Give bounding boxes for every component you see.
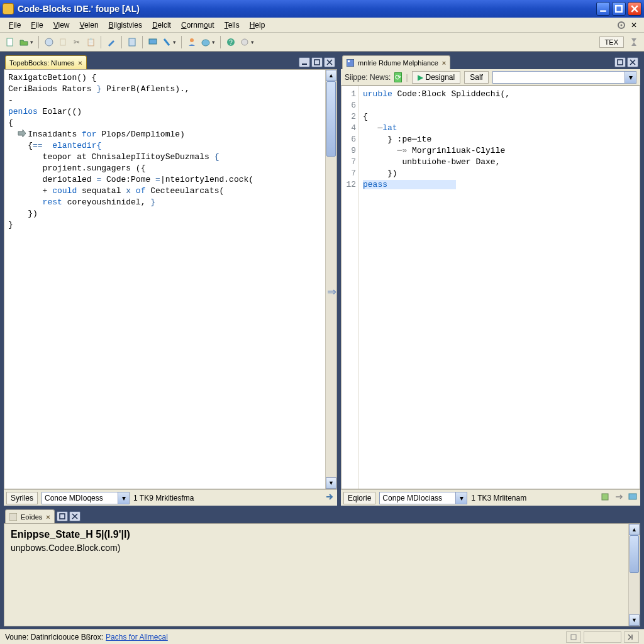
left-code[interactable]: RaxigatcBetion() { CeriBaiods Rators } P…	[4, 70, 325, 489]
status-cell-1[interactable]	[566, 631, 581, 643]
menu-view[interactable]: View	[48, 19, 75, 31]
maximize-button[interactable]	[612, 2, 626, 16]
tool-help-icon[interactable]: ?	[225, 36, 237, 48]
bottom-content: Enippse_State_H 5|(I.9'|I) unpbows.Codee…	[4, 523, 640, 626]
status-cell-3[interactable]	[624, 631, 639, 643]
close-button[interactable]	[628, 2, 641, 16]
toolbar-hourglass-icon[interactable]	[628, 36, 640, 48]
right-bottom-icon-1[interactable]	[600, 492, 610, 504]
right-pane-max-icon[interactable]	[614, 57, 626, 67]
right-tab[interactable]: mnlrie Rdume Melphiance ×	[342, 55, 450, 69]
tool-phone-icon[interactable]	[160, 36, 173, 48]
left-bottom-go-icon[interactable]	[325, 492, 335, 504]
svg-rect-14	[302, 64, 307, 65]
menu-cornmout[interactable]: Cornmout	[176, 19, 219, 31]
subheader-combo[interactable]: ▾	[492, 71, 636, 84]
svg-rect-7	[129, 38, 135, 46]
status-cell-2[interactable]	[584, 631, 621, 643]
menu-help[interactable]: Help	[245, 19, 270, 31]
menubar-gear-icon[interactable]	[615, 19, 628, 31]
bottom-panel-max-icon[interactable]	[57, 511, 68, 521]
bottom-tab-label: Eoïdes	[21, 513, 42, 521]
right-bottom-icon-2[interactable]	[614, 492, 624, 504]
right-bottom-icon-3[interactable]	[628, 492, 638, 504]
left-bottom-tab[interactable]: Syrlles	[6, 492, 38, 504]
tool-paint-dd[interactable]: ▾	[212, 39, 215, 45]
left-tab[interactable]: TopebBocks: Nlumes ×	[5, 55, 87, 69]
tool-phone-dd[interactable]: ▾	[173, 39, 176, 45]
status-text: Voune: DatinrIcioouce Bßrox:	[5, 633, 103, 641]
menu-bilgistvies[interactable]: Bilgistvies	[104, 19, 147, 31]
chevron-down-icon[interactable]: ▾	[455, 492, 467, 504]
scroll-thumb[interactable]	[326, 81, 336, 157]
svg-rect-23	[571, 635, 576, 640]
tool-paste-icon[interactable]: 📋	[84, 36, 97, 48]
scroll-down-icon[interactable]: ▼	[326, 477, 336, 489]
menu-tells[interactable]: Tells	[219, 19, 245, 31]
left-pane-max-icon[interactable]	[311, 57, 323, 67]
console-body[interactable]: Enippse_State_H 5|(I.9'|I) unpbows.Codee…	[4, 524, 628, 626]
console-headline: Enippse_State_H 5|(I.9'|I)	[11, 529, 622, 540]
scroll-up-icon[interactable]: ▲	[629, 524, 640, 535]
right-bottom-tab[interactable]: Eqiorie	[343, 492, 375, 504]
svg-point-13	[242, 39, 248, 45]
left-pane-bottom: Syrlles Conoe MDIoqess▾ 1 TK9 Mrkltiesfm…	[4, 489, 337, 506]
minimize-button[interactable]	[596, 2, 610, 16]
splitter-handle-icon[interactable]: ⇒	[325, 279, 338, 304]
breakpoint-marker-icon[interactable]	[17, 129, 26, 138]
tool-open-icon[interactable]	[18, 36, 30, 48]
chevron-down-icon[interactable]: ▾	[625, 72, 636, 83]
left-tabstrip: TopebBocks: Nlumes ×	[4, 54, 337, 69]
left-bottom-combo[interactable]: Conoe MDIoqess▾	[42, 492, 130, 504]
scroll-thumb[interactable]	[630, 535, 639, 573]
tool-open-dd[interactable]: ▾	[30, 39, 33, 45]
subheader-label: Siippe: News:	[345, 73, 391, 82]
bottom-panel-close-icon[interactable]	[69, 511, 80, 521]
right-pane-close-icon[interactable]	[627, 57, 638, 67]
tool-person-icon[interactable]	[186, 36, 198, 48]
tool-more-dd[interactable]: ▾	[251, 39, 254, 45]
subheader-saf-button[interactable]: Salf	[464, 71, 489, 84]
right-subheader: Siippe: News: ⟳ | ▶Designal Salf ▾	[341, 69, 640, 86]
left-editor[interactable]: RaxigatcBetion() { CeriBaiods Rators } P…	[4, 69, 337, 489]
tool-monitor-icon[interactable]	[147, 36, 159, 48]
svg-rect-21	[9, 513, 17, 521]
menu-delclt[interactable]: Delclt	[147, 19, 176, 31]
menubar-close-icon[interactable]: ✕	[628, 19, 640, 31]
tool-globe-icon[interactable]	[43, 36, 55, 48]
tool-cut-icon[interactable]: ✂	[70, 36, 83, 48]
bottom-scrollbar[interactable]: ▲ ▼	[628, 524, 640, 626]
right-editor[interactable]: 1624697712 uruble Code:Block Spliddechi(…	[341, 86, 640, 489]
tool-brush-icon[interactable]	[105, 36, 118, 48]
tool-more-icon[interactable]	[238, 36, 251, 48]
status-link[interactable]: Pachs for Allmecal	[106, 633, 168, 641]
svg-text:?: ?	[229, 39, 233, 46]
tool-paint-icon[interactable]	[199, 36, 212, 48]
scroll-up-icon[interactable]: ▲	[326, 70, 336, 81]
app-icon	[3, 3, 14, 14]
tool-new-icon[interactable]	[4, 36, 16, 48]
right-bottom-combo[interactable]: Conpe MDIociass▾	[379, 492, 467, 504]
right-code[interactable]: uruble Code:Block Spliddechi(, { ─lat } …	[359, 86, 640, 489]
menu-file-1[interactable]: File	[4, 19, 26, 31]
chevron-down-icon[interactable]: ▾	[118, 492, 129, 504]
bottom-panel: Eoïdes × Enippse_State_H 5|(I.9'|I) unpb…	[0, 506, 644, 629]
bottom-tab-close-icon[interactable]: ×	[46, 513, 50, 521]
scroll-down-icon[interactable]: ▼	[629, 614, 640, 626]
menu-file-2[interactable]: File	[26, 19, 48, 31]
menu-velen[interactable]: Velen	[75, 19, 104, 31]
toolbar-tex-button[interactable]: TEX	[599, 36, 624, 48]
tool-clip-icon[interactable]	[57, 36, 69, 48]
svg-rect-0	[600, 10, 606, 11]
right-tab-label: mnlrie Rdume Melphiance	[358, 59, 438, 67]
tool-doc-icon[interactable]	[126, 36, 138, 48]
left-pane-close-icon[interactable]	[324, 57, 335, 67]
bottom-tab[interactable]: Eoïdes ×	[5, 509, 55, 523]
subheader-design-button[interactable]: ▶Designal	[412, 71, 461, 84]
left-tab-close-icon[interactable]: ×	[78, 59, 82, 67]
right-tab-close-icon[interactable]: ×	[442, 59, 446, 67]
svg-rect-19	[602, 494, 608, 500]
workspace: TopebBocks: Nlumes × RaxigatcBetion() { …	[0, 52, 644, 506]
subheader-sync-icon[interactable]: ⟳	[394, 72, 402, 82]
left-pane-min-icon[interactable]	[299, 57, 310, 67]
